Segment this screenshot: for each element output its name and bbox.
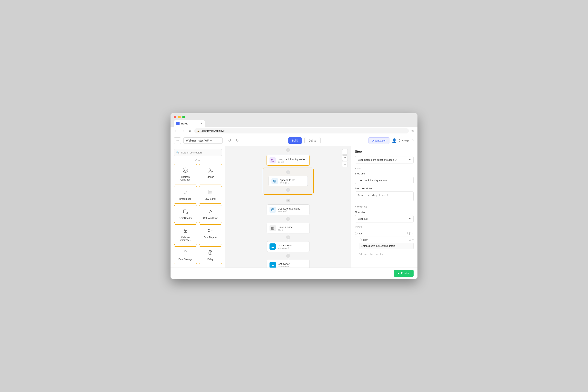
tab-favicon: T <box>176 122 180 125</box>
csv1-info: Store in sheet csv-1 <box>278 226 294 231</box>
operation-selector[interactable]: Loop List ▾ <box>355 215 414 222</box>
csv1-title: Store in sheet <box>278 226 294 228</box>
csv1-icon <box>270 225 276 231</box>
operation-value: Loop List <box>358 217 368 220</box>
step-desc-textarea[interactable] <box>355 192 414 201</box>
connector-boolean-condition[interactable]: BooleanCondition <box>174 164 197 184</box>
add-node-after-loop[interactable]: + <box>286 198 290 202</box>
add-node-in-loop[interactable]: + <box>286 170 290 174</box>
svg-point-2 <box>208 171 209 172</box>
node-storage-1[interactable]: Append to list storage-1 <box>268 176 308 186</box>
add-node-after-loop-item[interactable]: + <box>286 188 290 192</box>
delay-label: Delay <box>207 258 214 261</box>
debug-button[interactable]: Debug <box>304 137 321 144</box>
storage2-title: Get list of questions <box>278 207 300 210</box>
node-salesforce-2[interactable]: ☁ Update lead salesforce-2 <box>266 241 310 252</box>
build-button[interactable]: Build <box>288 138 302 144</box>
address-bar[interactable]: 🔒 app.tray.io/workflow/ <box>194 128 409 134</box>
storage1-icon <box>272 178 278 184</box>
connector-data-storage[interactable]: Data Storage <box>174 246 197 264</box>
break-loop-label: Break Loop <box>179 198 191 200</box>
data-mapper-label: Data Mapper <box>204 236 217 239</box>
connector-branch[interactable]: Branch <box>199 164 222 184</box>
redo-button[interactable]: ↻ <box>234 138 240 144</box>
bookmark-button[interactable]: ☆ <box>411 129 414 133</box>
back-button[interactable]: ← <box>174 129 178 133</box>
zoom-in-button[interactable]: + <box>342 149 348 155</box>
step-selector[interactable]: Loop participant questions (loop-2) ▾ <box>355 156 414 164</box>
item-row: Item A ▾ <box>355 237 414 251</box>
refresh-button[interactable]: ↻ <box>188 128 192 133</box>
app-toolbar: ⋯ Webinar notes WF ▾ ↺ ↻ Build Debug Org… <box>170 135 418 146</box>
close-traffic-light[interactable] <box>174 116 176 118</box>
connector-data-mapper[interactable]: Data Mapper <box>199 224 222 245</box>
loop-node-icon <box>270 157 276 164</box>
sf2-info: Update lead salesforce-2 <box>278 244 292 249</box>
item-chevron: ▾ <box>412 238 414 241</box>
canvas-area[interactable]: + − + <box>226 146 351 268</box>
csv-editor-label: CSV Editor <box>204 198 216 200</box>
search-input[interactable] <box>181 151 220 154</box>
list-info-icon[interactable]: ℹ <box>407 232 408 235</box>
connector-call-workflow[interactable]: Call Workflow <box>199 205 222 223</box>
input-section: List ℹ [ ] ▾ Item A ▾ <box>355 230 414 258</box>
core-section-label: Core <box>174 159 222 162</box>
connector-delay[interactable]: Delay <box>199 246 222 264</box>
step-title-input[interactable] <box>355 176 414 184</box>
loop-node-info: Loop participant questio... loop-2 <box>278 158 307 163</box>
connector-callable-workflow[interactable]: Callableworkflow... <box>174 224 197 245</box>
node-storage-2[interactable]: Get list of questions storage-2 <box>266 204 310 215</box>
svg-text:☁: ☁ <box>271 264 274 267</box>
item-radio[interactable] <box>359 238 362 241</box>
organization-button[interactable]: Organization <box>368 138 390 144</box>
svg-line-23 <box>210 230 211 231</box>
enable-button[interactable]: ▶ Enable <box>394 270 414 277</box>
add-node-5[interactable]: + <box>286 254 290 258</box>
storage1-subtitle: storage-1 <box>280 182 295 184</box>
url-text: app.tray.io/workflow/ <box>202 129 224 132</box>
item-label-group: Item A ▾ <box>359 238 414 241</box>
maximize-traffic-light[interactable] <box>182 116 185 118</box>
tab-bar: T Tray.io × <box>174 120 414 126</box>
workflow-selector[interactable]: Webinar notes WF ▾ <box>184 138 223 144</box>
svg-point-24 <box>184 251 187 252</box>
browser-window: T Tray.io × ← → ↻ 🔒 app.tray.io/workflow… <box>170 113 418 279</box>
search-box[interactable]: 🔍 <box>174 149 222 156</box>
list-radio[interactable] <box>355 232 358 235</box>
add-node-4[interactable]: + <box>286 236 290 239</box>
csv-reader-icon <box>183 208 188 215</box>
break-loop-icon <box>183 189 188 196</box>
add-node-top[interactable]: + <box>286 148 290 152</box>
zoom-out-button[interactable]: − <box>342 162 348 167</box>
node-salesforce-6[interactable]: ☁ Get owner salesforce-6 <box>266 260 310 268</box>
item-value-input[interactable] <box>359 243 414 249</box>
more-options-button[interactable]: ⋯ <box>174 138 181 144</box>
workflow-name: Webinar notes WF <box>186 139 209 142</box>
step-selector-chevron: ▾ <box>409 158 410 161</box>
add-node-3[interactable]: + <box>286 217 290 221</box>
forward-button[interactable]: → <box>181 129 186 133</box>
undo-button[interactable]: ↺ <box>226 138 233 144</box>
basic-section-title: BASIC <box>355 168 414 170</box>
csv-reader-label: CSV Reader <box>179 217 192 220</box>
traffic-lights <box>174 116 414 118</box>
tab-close-button[interactable]: × <box>201 122 202 125</box>
close-window-button[interactable]: × <box>412 138 414 143</box>
connector-csv-editor[interactable]: CSV Editor <box>199 186 222 204</box>
node-loop-2[interactable]: Loop participant questio... loop-2 <box>266 155 310 166</box>
boolean-condition-label: BooleanCondition <box>180 176 190 181</box>
svg-point-21 <box>211 230 212 231</box>
zoom-refresh-button[interactable] <box>342 156 348 161</box>
connector-break-loop[interactable]: Break Loop <box>174 186 197 204</box>
svg-point-19 <box>208 229 210 230</box>
node-csv-1[interactable]: Store in sheet csv-1 <box>266 223 310 234</box>
connector-csv-reader[interactable]: CSV Reader <box>174 205 197 223</box>
add-item-button[interactable]: Add more than one Item <box>355 251 414 258</box>
svg-line-14 <box>188 213 188 214</box>
tab-title: Tray.io <box>181 122 188 125</box>
item-label-text: Item <box>363 238 368 241</box>
browser-tab[interactable]: T Tray.io × <box>174 120 205 126</box>
minimize-traffic-light[interactable] <box>178 116 181 118</box>
help-button[interactable]: ? Help <box>399 139 409 142</box>
address-bar-row: ← → ↻ 🔒 app.tray.io/workflow/ ☆ <box>170 126 418 135</box>
